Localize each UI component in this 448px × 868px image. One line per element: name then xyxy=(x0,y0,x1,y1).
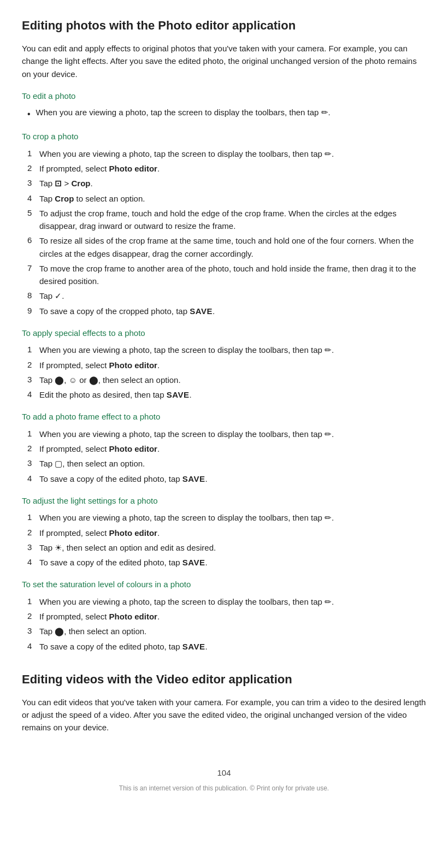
crop-step-8: Tap ✓. xyxy=(39,290,426,302)
crop-photo-list: 1 When you are viewing a photo, tap the … xyxy=(27,147,426,317)
light-step-3: Tap ☀, then select an option and edit as… xyxy=(39,541,426,554)
step-number: 2 xyxy=(27,359,39,371)
table-row: 4 To save a copy of the edited photo, ta… xyxy=(27,556,426,569)
table-row: 8 Tap ✓. xyxy=(27,290,426,302)
subsection-title-edit: To edit a photo xyxy=(22,90,426,103)
saturation-step-1: When you are viewing a photo, tap the sc… xyxy=(39,595,426,608)
effects-photo-list: 1 When you are viewing a photo, tap the … xyxy=(27,344,426,401)
table-row: 3 Tap ▢, then select an option. xyxy=(27,457,426,470)
step-number: 3 xyxy=(27,625,39,637)
frame-photo-list: 1 When you are viewing a photo, tap the … xyxy=(27,428,426,485)
edit-photo-list: • When you are viewing a photo, tap the … xyxy=(27,107,426,121)
table-row: 2 If prompted, select Photo editor. xyxy=(27,442,426,455)
table-row: 2 If prompted, select Photo editor. xyxy=(27,359,426,371)
second-section-title: Editing videos with the Video editor app… xyxy=(22,670,426,688)
step-number: 4 xyxy=(27,388,39,401)
step-number: 3 xyxy=(27,177,39,190)
step-number: 5 xyxy=(27,207,39,220)
table-row: 3 Tap ⬤, then select an option. xyxy=(27,625,426,637)
edit-icon: ✏ xyxy=(325,597,332,606)
table-row: 1 When you are viewing a photo, tap the … xyxy=(27,344,426,356)
crop-step-9: To save a copy of the cropped photo, tap… xyxy=(39,305,426,317)
list-item: • When you are viewing a photo, tap the … xyxy=(27,107,426,121)
table-row: 7 To move the crop frame to another area… xyxy=(27,262,426,288)
frame-step-4: To save a copy of the edited photo, tap … xyxy=(39,473,426,485)
edit-step-1: When you are viewing a photo, tap the sc… xyxy=(36,107,331,119)
crop-step-7: To move the crop frame to another area o… xyxy=(39,262,426,288)
frame-step-1: When you are viewing a photo, tap the sc… xyxy=(39,428,426,440)
edit-icon: ✏ xyxy=(321,108,328,117)
table-row: 3 Tap ☀, then select an option and edit … xyxy=(27,541,426,554)
step-number: 1 xyxy=(27,428,39,440)
table-row: 1 When you are viewing a photo, tap the … xyxy=(27,428,426,440)
frame-step-3: Tap ▢, then select an option. xyxy=(39,457,426,470)
effects-step-3: Tap ⬤, ☺ or ⬤, then select an option. xyxy=(39,374,426,386)
subsection-title-frame: To add a photo frame effect to a photo xyxy=(22,411,426,423)
second-intro-paragraph: You can edit videos that you've taken wi… xyxy=(22,696,426,734)
crop-step-5: To adjust the crop frame, touch and hold… xyxy=(39,207,426,233)
table-row: 3 Tap ⬤, ☺ or ⬤, then select an option. xyxy=(27,374,426,386)
frame-step-2: If prompted, select Photo editor. xyxy=(39,442,426,455)
step-number: 1 xyxy=(27,344,39,356)
edit-icon: ✏ xyxy=(325,429,332,439)
edit-icon: ✏ xyxy=(325,345,332,355)
crop-step-4: Tap Crop to select an option. xyxy=(39,192,426,205)
step-number: 2 xyxy=(27,442,39,455)
step-number: 3 xyxy=(27,541,39,554)
table-row: 5 To adjust the crop frame, touch and ho… xyxy=(27,207,426,233)
table-row: 3 Tap ⊡ > Crop. xyxy=(27,177,426,190)
step-number: 2 xyxy=(27,162,39,175)
table-row: 4 To save a copy of the edited photo, ta… xyxy=(27,640,426,653)
step-number: 4 xyxy=(27,556,39,569)
step-number: 2 xyxy=(27,527,39,539)
page-footer: 104 This is an internet version of this … xyxy=(22,767,426,794)
table-row: 2 If prompted, select Photo editor. xyxy=(27,527,426,539)
edit-icon: ✏ xyxy=(325,513,332,522)
step-number: 8 xyxy=(27,290,39,302)
bullet-icon: • xyxy=(27,108,31,121)
table-row: 2 If prompted, select Photo editor. xyxy=(27,610,426,623)
effects-step-1: When you are viewing a photo, tap the sc… xyxy=(39,344,426,356)
table-row: 4 Tap Crop to select an option. xyxy=(27,192,426,205)
crop-step-1: When you are viewing a photo, tap the sc… xyxy=(39,147,426,160)
subsection-title-saturation: To set the saturation level of colours i… xyxy=(22,578,426,591)
table-row: 6 To resize all sides of the crop frame … xyxy=(27,234,426,260)
table-row: 1 When you are viewing a photo, tap the … xyxy=(27,595,426,608)
table-row: 1 When you are viewing a photo, tap the … xyxy=(27,511,426,524)
step-number: 7 xyxy=(27,262,39,275)
light-step-2: If prompted, select Photo editor. xyxy=(39,527,426,539)
step-number: 3 xyxy=(27,374,39,386)
table-row: 1 When you are viewing a photo, tap the … xyxy=(27,147,426,160)
page-number: 104 xyxy=(22,767,426,780)
table-row: 9 To save a copy of the cropped photo, t… xyxy=(27,305,426,317)
saturation-step-2: If prompted, select Photo editor. xyxy=(39,610,426,623)
subsection-title-light: To adjust the light settings for a photo xyxy=(22,495,426,507)
main-title: Editing photos with the Photo editor app… xyxy=(22,16,426,34)
step-number: 4 xyxy=(27,192,39,205)
step-number: 4 xyxy=(27,473,39,485)
light-step-1: When you are viewing a photo, tap the sc… xyxy=(39,511,426,524)
step-number: 2 xyxy=(27,610,39,623)
step-number: 1 xyxy=(27,595,39,608)
edit-icon: ✏ xyxy=(325,149,332,158)
step-number: 4 xyxy=(27,640,39,653)
saturation-step-3: Tap ⬤, then select an option. xyxy=(39,625,426,637)
light-photo-list: 1 When you are viewing a photo, tap the … xyxy=(27,511,426,569)
page-content: Editing photos with the Photo editor app… xyxy=(0,0,448,826)
intro-paragraph: You can edit and apply effects to origin… xyxy=(22,42,426,80)
effects-step-4: Edit the photo as desired, then tap SAVE… xyxy=(39,388,426,401)
saturation-step-4: To save a copy of the edited photo, tap … xyxy=(39,640,426,653)
step-number: 6 xyxy=(27,234,39,247)
subsection-title-effects: To apply special effects to a photo xyxy=(22,327,426,340)
table-row: 4 Edit the photo as desired, then tap SA… xyxy=(27,388,426,401)
step-number: 9 xyxy=(27,305,39,317)
crop-step-2: If prompted, select Photo editor. xyxy=(39,162,426,175)
light-step-4: To save a copy of the edited photo, tap … xyxy=(39,556,426,569)
step-number: 1 xyxy=(27,147,39,160)
subsection-title-crop: To crop a photo xyxy=(22,131,426,143)
saturation-photo-list: 1 When you are viewing a photo, tap the … xyxy=(27,595,426,653)
table-row: 4 To save a copy of the edited photo, ta… xyxy=(27,473,426,485)
step-number: 1 xyxy=(27,511,39,524)
table-row: 2 If prompted, select Photo editor. xyxy=(27,162,426,175)
effects-step-2: If prompted, select Photo editor. xyxy=(39,359,426,371)
